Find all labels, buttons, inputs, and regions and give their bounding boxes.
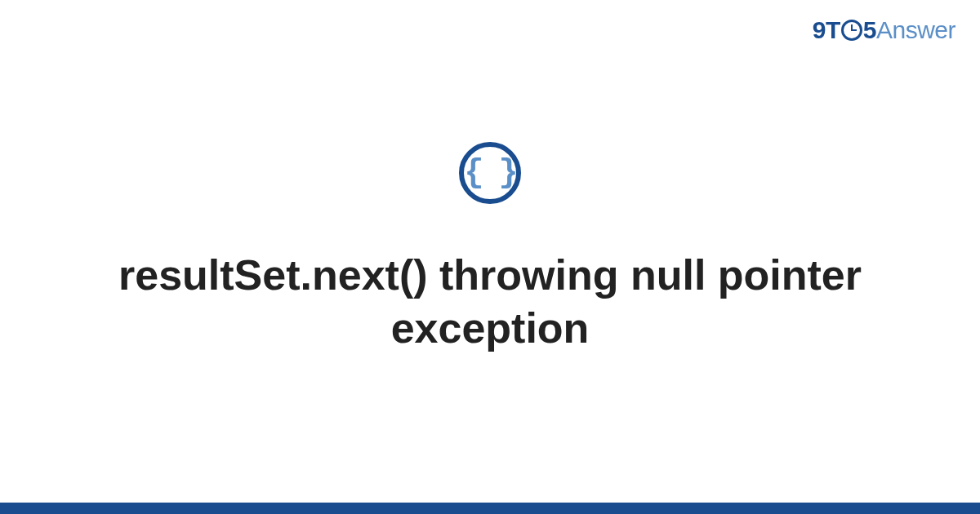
braces-icon: { } (464, 155, 515, 192)
main-content: { } resultSet.next() throwing null point… (0, 142, 980, 355)
brand-text-5: 5 (863, 16, 876, 43)
brand-text-9t: 9T (813, 16, 840, 43)
brand-text-answer: Answer (876, 16, 956, 43)
page-title: resultSet.next() throwing null pointer e… (0, 249, 980, 355)
clock-icon (841, 20, 862, 41)
footer-bar (0, 503, 980, 514)
brand-logo: 9T5Answer (813, 16, 956, 44)
category-icon: { } (459, 142, 521, 204)
